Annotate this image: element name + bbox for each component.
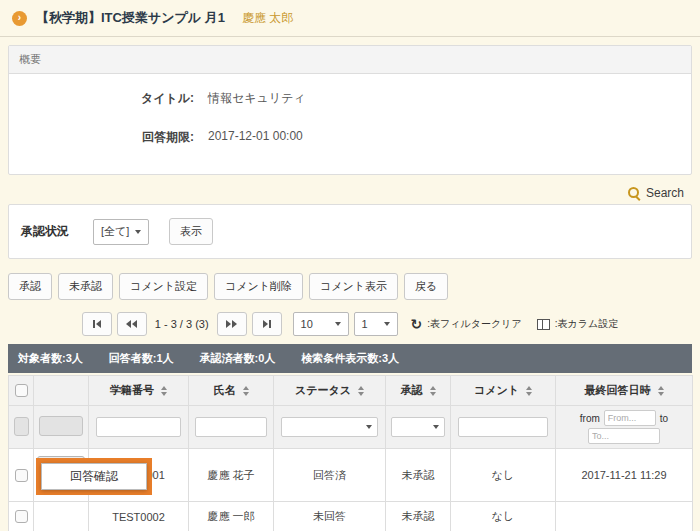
header-approval[interactable]: 承認 [386, 376, 451, 406]
pagination: 1 - 3 / 3 (3) 10 1 ↻ :表フィルタークリア :表カラム設定 [0, 312, 700, 336]
comment-show-button[interactable]: コメント表示 [309, 273, 398, 300]
header-status[interactable]: ステータス [274, 376, 386, 406]
filter-clear-icon[interactable]: ↻ [411, 317, 423, 331]
name-filter-input[interactable] [195, 417, 267, 437]
select-all-checkbox[interactable] [15, 384, 28, 397]
chevron-down-icon [384, 322, 390, 326]
filter-clear-label: :表フィルタークリア [427, 317, 521, 331]
next-page-button[interactable] [217, 312, 247, 336]
stat-approved-count: 承認済者数:0人 [200, 351, 276, 366]
row-checkbox-cell [9, 449, 34, 502]
chevron-down-icon [335, 322, 341, 326]
name-cell: 慶應 一郎 [189, 502, 274, 531]
page: { "header": { "title": "【秋学期】ITC授業サンプル 月… [0, 0, 700, 531]
page-number-value: 1 [362, 318, 368, 330]
last-answer-cell: 2017-11-21 11:29 [556, 449, 693, 502]
filter-action-cell [34, 406, 89, 449]
deadline-label: 回答期限: [19, 129, 194, 146]
status-cell: 未回答 [274, 502, 386, 531]
stat-filtered-count: 検索条件表示数:3人 [301, 351, 399, 366]
approval-filter-panel: 承認状況 [全て] 表示 [8, 204, 692, 259]
comment-set-button[interactable]: コメント設定 [119, 273, 208, 300]
answer-confirm-menu-item[interactable]: 回答確認 [41, 463, 147, 490]
table-columns-icon[interactable] [537, 319, 550, 330]
sort-icon[interactable] [658, 386, 664, 396]
table-row: TEST0002 慶應 一郎 未回答 未承認 なし [9, 502, 693, 531]
row-checkbox[interactable] [15, 510, 28, 523]
date-from-input[interactable] [604, 410, 656, 426]
filter-comment-cell [451, 406, 556, 449]
last-page-button[interactable] [252, 312, 282, 336]
to-label: to [660, 413, 668, 424]
student-id-cell: TEST0002 [89, 502, 189, 531]
row-checkbox[interactable] [15, 469, 28, 482]
stats-bar: 対象者数:3人 回答者数:1人 承認済者数:0人 検索条件表示数:3人 [8, 344, 692, 373]
page-size-select[interactable]: 10 [293, 312, 349, 336]
last-answer-cell [556, 502, 693, 531]
header-name[interactable]: 氏名 [189, 376, 274, 406]
top-action-buttons: 承認 未承認 コメント設定 コメント削除 コメント表示 戻る [8, 273, 692, 300]
sort-icon[interactable] [161, 386, 167, 396]
name-cell: 慶應 花子 [189, 449, 274, 502]
header-student-id[interactable]: 学籍番号 [89, 376, 189, 406]
header-comment[interactable]: コメント [451, 376, 556, 406]
table-header-row: 学籍番号 氏名 ステータス 承認 コメント 最終回答日時 [9, 376, 693, 406]
overview-panel: 概要 タイトル: 情報セキュリティ 回答期限: 2017-12-01 00:00 [8, 45, 692, 175]
filter-checkbox-cell [9, 406, 34, 449]
overview-panel-body: タイトル: 情報セキュリティ 回答期限: 2017-12-01 00:00 [9, 74, 691, 174]
filter-name-cell [189, 406, 274, 449]
approval-cell: 未承認 [386, 502, 451, 531]
filter-approval-cell [386, 406, 451, 449]
search-toggle[interactable]: Search [16, 186, 684, 200]
overview-panel-title: 概要 [9, 46, 691, 74]
first-page-button[interactable] [82, 312, 112, 336]
approval-status-selected-value: [全て] [101, 224, 129, 239]
header-action-cell [34, 376, 89, 406]
topbar: › 【秋学期】ITC授業サンプル 月1 慶應 太郎 [0, 0, 700, 37]
chevron-down-icon [433, 425, 439, 429]
header-checkbox-cell [9, 376, 34, 406]
search-label: Search [646, 186, 684, 200]
sort-icon[interactable] [358, 386, 364, 396]
stat-target-count: 対象者数:3人 [18, 351, 83, 366]
from-label: from [580, 413, 600, 424]
last-answer-header-label: 最終回答日時 [585, 383, 651, 398]
header-last-answer[interactable]: 最終回答日時 [556, 376, 693, 406]
comment-cell: なし [451, 502, 556, 531]
results-table: 学籍番号 氏名 ステータス 承認 コメント 最終回答日時 from [8, 375, 693, 531]
overview-field-title: タイトル: 情報セキュリティ [19, 90, 681, 107]
status-filter-select[interactable] [281, 417, 378, 437]
highlight-annotation-box: 回答確認 [36, 458, 152, 495]
sort-icon[interactable] [243, 386, 249, 396]
comment-filter-input[interactable] [458, 417, 548, 437]
unapprove-button[interactable]: 未承認 [58, 273, 113, 300]
page-number-select[interactable]: 1 [354, 312, 398, 336]
page-range-text: 1 - 3 / 3 (3) [155, 318, 209, 330]
comment-delete-button[interactable]: コメント削除 [214, 273, 303, 300]
filter-student-id-cell [89, 406, 189, 449]
prev-page-button[interactable] [117, 312, 147, 336]
approval-filter-select[interactable] [391, 417, 444, 437]
date-to-input[interactable] [588, 428, 660, 444]
approval-status-select[interactable]: [全て] [93, 219, 149, 245]
approval-status-label: 承認状況 [21, 223, 93, 240]
back-button[interactable]: 戻る [404, 273, 448, 300]
results-table-wrap: 学籍番号 氏名 ステータス 承認 コメント 最終回答日時 from [8, 375, 692, 531]
sort-icon[interactable] [526, 386, 532, 396]
filter-disabled-box [39, 416, 83, 436]
column-settings-label: :表カラム設定 [555, 317, 618, 331]
title-label: タイトル: [19, 90, 194, 107]
status-header-label: ステータス [295, 383, 351, 398]
comment-cell: なし [451, 449, 556, 502]
approve-button[interactable]: 承認 [8, 273, 52, 300]
sort-icon[interactable] [430, 386, 436, 396]
show-button[interactable]: 表示 [169, 218, 213, 245]
table-filter-row: from to [9, 406, 693, 449]
stat-respondent-count: 回答者数:1人 [109, 351, 174, 366]
student-id-header-label: 学籍番号 [110, 383, 154, 398]
page-title: 【秋学期】ITC授業サンプル 月1 [36, 9, 225, 27]
filter-disabled-box [14, 417, 29, 436]
user-name-link[interactable]: 慶應 太郎 [242, 10, 293, 27]
search-icon [628, 187, 640, 199]
student-id-filter-input[interactable] [96, 417, 182, 437]
